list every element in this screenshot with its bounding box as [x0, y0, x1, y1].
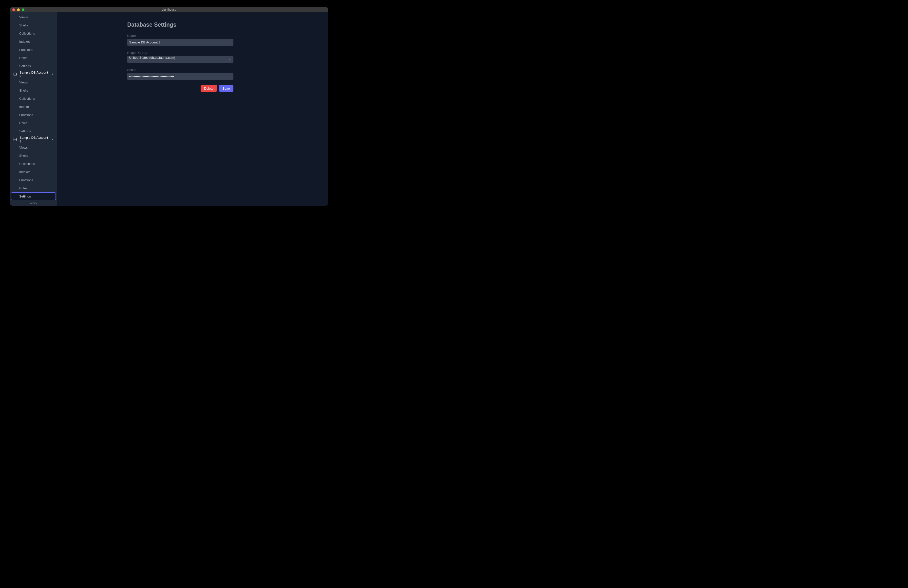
sidebar-item-shells[interactable]: Shells — [11, 21, 56, 29]
page-title: Database Settings — [127, 21, 233, 28]
sidebar-item-functions[interactable]: Functions — [11, 111, 56, 119]
region-select[interactable]: United States (db.us.fauna.com) — [127, 56, 233, 63]
sidebar-item-label: Settings — [19, 195, 31, 198]
region-value: United States (db.us.fauna.com) — [129, 56, 175, 60]
sidebar-item-roles[interactable]: Roles — [11, 119, 56, 127]
sidebar-item-label: Collections — [19, 162, 35, 166]
sidebar-item-label: Shells — [19, 154, 28, 158]
sidebar-item-label: Roles — [19, 56, 27, 60]
maximize-window-button[interactable] — [22, 8, 24, 11]
sidebar-item-label: Views — [19, 146, 27, 149]
version-label: v1.0.0 — [10, 200, 57, 206]
secret-label: Secret — [127, 68, 233, 72]
settings-panel: Database Settings Name Region Group Unit… — [127, 21, 233, 206]
sidebar-item-collections[interactable]: Collections — [11, 29, 56, 37]
traffic-lights — [10, 8, 24, 11]
database-icon — [13, 137, 17, 142]
close-window-button[interactable] — [12, 8, 15, 11]
button-row: Delete Save — [127, 85, 233, 92]
sidebar-item-label: Settings — [19, 129, 31, 133]
sidebar-item-label: Views — [19, 15, 27, 19]
sidebar-item-label: Functions — [19, 48, 33, 52]
sidebar-account-2[interactable]: Sample DB Account 2 ▼ — [11, 70, 56, 78]
sidebar-item-label: Roles — [19, 186, 27, 190]
sidebar-item-shells[interactable]: Shells — [11, 151, 56, 160]
app-window: Lighthouse Views Shells Collections Inde… — [10, 7, 328, 206]
form-group-name: Name — [127, 34, 233, 46]
app-body: Views Shells Collections Indexes Functio… — [10, 12, 328, 206]
sidebar-item-settings[interactable]: Settings — [11, 62, 56, 70]
sidebar-item-label: Indexes — [19, 40, 31, 43]
sidebar-item-label: Indexes — [19, 170, 31, 174]
sidebar-item-label: Settings — [19, 64, 31, 68]
account-name: Sample DB Account 3 — [19, 136, 48, 143]
minimize-window-button[interactable] — [17, 8, 20, 11]
sidebar-item-indexes[interactable]: Indexes — [11, 37, 56, 46]
name-label: Name — [127, 34, 233, 37]
sidebar-item-indexes[interactable]: Indexes — [11, 103, 56, 111]
sidebar-item-functions[interactable]: Functions — [11, 176, 56, 184]
sidebar-item-label: Shells — [19, 23, 28, 27]
sidebar-item-label: Views — [19, 81, 27, 84]
sidebar-item-views[interactable]: Views — [11, 13, 56, 21]
sidebar: Views Shells Collections Indexes Functio… — [10, 12, 57, 206]
sidebar-item-label: Collections — [19, 97, 35, 100]
sidebar-account-3[interactable]: Sample DB Account 3 ▼ — [11, 135, 56, 143]
account-name: Sample DB Account 2 — [19, 71, 48, 78]
sidebar-item-indexes[interactable]: Indexes — [11, 168, 56, 176]
form-group-secret: Secret — [127, 68, 233, 80]
sidebar-item-label: Functions — [19, 113, 33, 117]
main-content: Database Settings Name Region Group Unit… — [57, 12, 328, 206]
sidebar-item-settings[interactable]: Settings — [11, 192, 56, 200]
sidebar-item-collections[interactable]: Collections — [11, 160, 56, 168]
sidebar-item-collections[interactable]: Collections — [11, 95, 56, 103]
sidebar-item-roles[interactable]: Roles — [11, 54, 56, 62]
title-bar: Lighthouse — [10, 7, 328, 12]
window-title: Lighthouse — [10, 8, 328, 11]
sidebar-item-functions[interactable]: Functions — [11, 46, 56, 54]
chevron-down-icon: ▼ — [51, 138, 53, 141]
sidebar-item-label: Collections — [19, 32, 35, 35]
save-button[interactable]: Save — [219, 85, 233, 92]
sidebar-item-settings[interactable]: Settings — [11, 127, 56, 135]
delete-button[interactable]: Delete — [201, 85, 217, 92]
database-icon — [13, 72, 17, 76]
chevron-down-icon: ▼ — [51, 73, 53, 76]
sidebar-item-label: Shells — [19, 89, 28, 92]
sidebar-item-label: Indexes — [19, 105, 31, 109]
sidebar-item-views[interactable]: Views — [11, 78, 56, 86]
sidebar-item-shells[interactable]: Shells — [11, 86, 56, 95]
sidebar-scroll[interactable]: Views Shells Collections Indexes Functio… — [10, 12, 57, 200]
sidebar-item-label: Functions — [19, 178, 33, 182]
region-label: Region Group — [127, 51, 233, 55]
name-input[interactable] — [127, 39, 233, 46]
sidebar-item-label: Roles — [19, 121, 27, 125]
sidebar-item-views[interactable]: Views — [11, 143, 56, 151]
secret-input[interactable] — [127, 73, 233, 80]
form-group-region: Region Group United States (db.us.fauna.… — [127, 51, 233, 63]
sidebar-item-roles[interactable]: Roles — [11, 184, 56, 192]
